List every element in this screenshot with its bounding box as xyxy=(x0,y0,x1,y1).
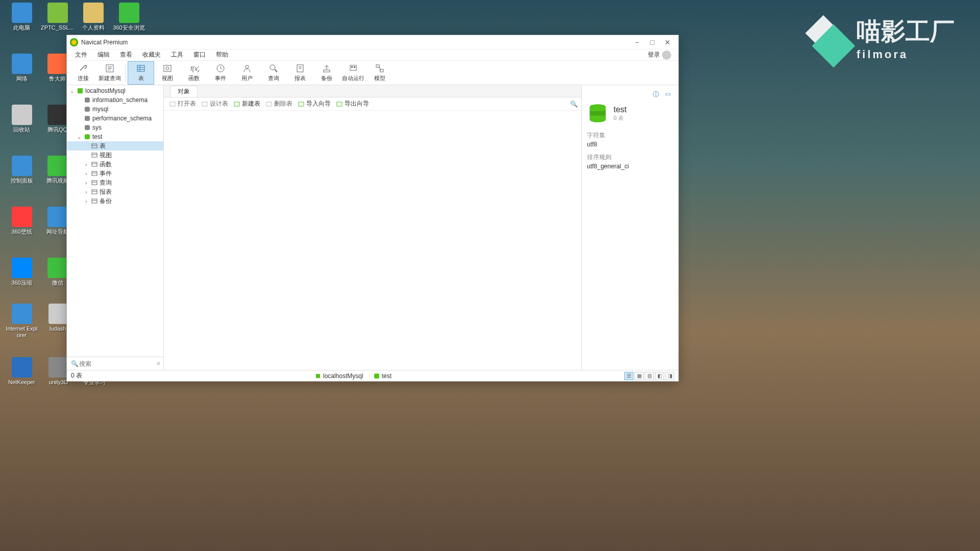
menu-item[interactable]: 窗口 xyxy=(188,49,211,60)
toolbar-connect-button[interactable]: 连接 xyxy=(70,61,96,85)
object-toolbar-button[interactable]: 新建表 xyxy=(231,98,262,109)
minimize-button[interactable]: − xyxy=(629,37,645,48)
tree-schema[interactable]: sys xyxy=(67,123,163,132)
desktop-icon[interactable]: 回收站 xyxy=(5,105,38,133)
tree-item-table[interactable]: 表 xyxy=(67,141,163,151)
toolbar-model-button[interactable]: 模型 xyxy=(366,61,393,85)
desktop-icon[interactable]: 360壁纸 xyxy=(5,207,38,235)
toolbar-label: 事件 xyxy=(215,74,226,82)
toolbar-newquery-button[interactable]: 新建查询 xyxy=(96,61,123,85)
tab-objects[interactable]: 对象 xyxy=(170,86,198,97)
desktop-icon[interactable]: 360压缩 xyxy=(5,258,38,286)
tree-item-label: 函数 xyxy=(100,160,112,169)
maximize-button[interactable]: □ xyxy=(645,37,660,48)
desktop-app-icon xyxy=(47,258,68,278)
object-button-label: 打开表 xyxy=(178,99,196,108)
view-panel-button[interactable]: ◨ xyxy=(665,372,674,380)
tree-item-report[interactable]: ›报表 xyxy=(67,187,163,196)
menu-item[interactable]: 编辑 xyxy=(92,49,115,60)
object-toolbar-button[interactable]: 导入向导 xyxy=(296,98,333,109)
tree-item-backup[interactable]: ›备份 xyxy=(67,196,163,206)
menu-item[interactable]: 文件 xyxy=(70,49,92,60)
tree-schema[interactable]: information_schema xyxy=(67,95,163,105)
tree-schema[interactable]: performance_schema xyxy=(67,114,163,123)
db-name: test xyxy=(614,105,627,114)
tree-twisty-icon[interactable]: ⌄ xyxy=(76,134,82,140)
tree-twisty-icon[interactable]: › xyxy=(83,162,89,167)
ddl-icon[interactable]: ▭ xyxy=(665,90,673,98)
svg-rect-44 xyxy=(234,102,239,106)
status-count: 0 表 xyxy=(71,371,82,380)
toolbar-backup-button[interactable]: 备份 xyxy=(313,61,340,85)
tree-connection[interactable]: ⌄localhostMysql xyxy=(67,86,163,95)
tree-schema[interactable]: mysql xyxy=(67,105,163,114)
view-side-button[interactable]: ◧ xyxy=(655,372,664,380)
prop-label: 字符集 xyxy=(587,131,673,140)
svg-rect-40 xyxy=(92,199,97,203)
tree-twisty-icon[interactable]: › xyxy=(83,189,89,195)
toolbar-view-button[interactable]: 视图 xyxy=(154,61,181,85)
tree-twisty-icon[interactable]: ⌄ xyxy=(69,88,75,94)
search-input[interactable] xyxy=(70,360,157,367)
avatar-icon xyxy=(662,51,671,60)
toolbar-event-button[interactable]: 事件 xyxy=(207,61,234,85)
view-detail-button[interactable]: ▦ xyxy=(634,372,644,380)
close-button[interactable]: ✕ xyxy=(660,37,675,48)
desktop-icon[interactable]: 此电脑 xyxy=(5,3,38,31)
desktop-icon[interactable]: 控制面板 xyxy=(5,156,38,184)
desktop-icon[interactable]: 网络 xyxy=(5,54,38,82)
menubar: 文件编辑查看收藏夹工具窗口帮助 登录 xyxy=(67,49,678,61)
desktop-icon[interactable]: NetKeeper xyxy=(5,357,38,386)
toolbar-query-button[interactable]: 查询 xyxy=(260,61,287,85)
object-toolbar-button[interactable]: 导出向导 xyxy=(334,98,371,109)
tree-twisty-icon[interactable]: › xyxy=(83,198,89,204)
view-list-button[interactable]: ☰ xyxy=(624,372,633,380)
desktop-icon[interactable]: 个人资料 xyxy=(77,3,110,31)
toolbar-label: 查询 xyxy=(268,74,279,82)
toolbar-label: 用户 xyxy=(241,74,253,82)
toolbar-report-button[interactable]: 报表 xyxy=(287,61,313,85)
info-icon[interactable]: ⓘ xyxy=(653,90,661,98)
body: ⌄localhostMysqlinformation_schemamysqlpe… xyxy=(67,85,678,370)
auto-icon xyxy=(348,63,358,73)
desktop-icon-label: 网络 xyxy=(5,76,38,82)
toolbar-func-button[interactable]: f(x)函数 xyxy=(181,61,207,85)
tree-item-event[interactable]: ›事件 xyxy=(67,169,163,178)
toolbar-table-button[interactable]: 表 xyxy=(128,61,154,85)
db-card: test 0 表 xyxy=(587,103,673,124)
menu-item[interactable]: 收藏夹 xyxy=(137,49,166,60)
desktop-icon[interactable]: ZPTC_SSL... xyxy=(41,3,74,31)
object-action-icon xyxy=(169,101,176,108)
menu-item[interactable]: 工具 xyxy=(166,49,188,60)
desktop-icon[interactable]: 360安全浏览 xyxy=(112,3,145,31)
svg-rect-19 xyxy=(376,65,379,67)
menu-item[interactable]: 查看 xyxy=(115,49,137,60)
toolbar-auto-button[interactable]: 自动运行 xyxy=(340,61,366,85)
toolbar-label: 备份 xyxy=(321,74,332,82)
menu-item[interactable]: 帮助 xyxy=(211,49,233,60)
connection-tree[interactable]: ⌄localhostMysqlinformation_schemamysqlpe… xyxy=(67,85,163,357)
desktop-app-icon xyxy=(83,3,104,23)
object-toolbar-button: 打开表 xyxy=(167,98,198,109)
newquery-icon xyxy=(105,63,115,73)
svg-line-11 xyxy=(275,69,277,72)
object-toolbar: 打开表设计表新建表删除表导入向导导出向导🔍 xyxy=(164,97,581,111)
tree-item-view[interactable]: 视图 xyxy=(67,151,163,160)
tree-twisty-icon[interactable]: › xyxy=(83,171,89,177)
tree-item-func[interactable]: ›函数 xyxy=(67,160,163,169)
svg-text:f(x): f(x) xyxy=(190,65,199,72)
toolbar-user-button[interactable]: 用户 xyxy=(234,61,260,85)
view-grid-button[interactable]: ▥ xyxy=(645,372,654,380)
report-icon xyxy=(295,63,305,73)
login-button[interactable]: 登录 xyxy=(644,49,675,61)
toolbar-label: 表 xyxy=(138,74,144,82)
desktop-app-icon xyxy=(48,357,69,378)
search-clear-button[interactable]: × xyxy=(157,360,160,367)
tree-item-query[interactable]: ›查询 xyxy=(67,178,163,187)
object-search-icon[interactable]: 🔍 xyxy=(570,101,578,108)
view-icon xyxy=(162,63,173,73)
desktop-icon-label: 控制面板 xyxy=(5,178,38,184)
tree-database-test[interactable]: ⌄test xyxy=(67,132,163,141)
tree-twisty-icon[interactable]: › xyxy=(83,180,89,186)
desktop-icon[interactable]: Internet Explorer xyxy=(5,304,38,339)
